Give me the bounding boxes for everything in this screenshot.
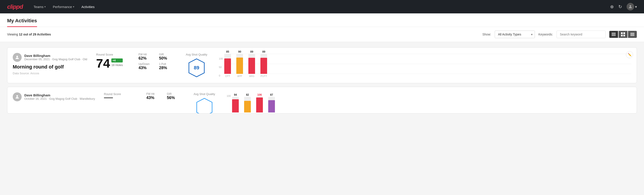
svg-rect-8 <box>630 33 634 33</box>
bar-fill-app <box>236 58 243 74</box>
stat-item: GIR 50% <box>159 53 174 61</box>
bar-top-label-ott: 85 <box>226 50 229 53</box>
card-quality: Avg Shot Quality 89 <box>183 53 210 78</box>
stat-label: GIR <box>159 53 174 56</box>
bar-fill-putt-2 <box>268 100 275 112</box>
bar-fill-app-2 <box>244 101 251 112</box>
bar-fill-arg <box>248 58 255 74</box>
svg-rect-11 <box>630 36 634 36</box>
list-view-button[interactable] <box>609 31 618 38</box>
svg-rect-4 <box>621 32 623 34</box>
bar-group-ott-2: 94 <box>232 93 239 112</box>
score-value: 74 <box>96 57 110 70</box>
bar-group-app: 90 <box>236 50 243 74</box>
stat-item: Up/Down 43% <box>138 62 154 70</box>
keywords-label: Keywords: <box>538 32 553 36</box>
bar-group-arg: 89 <box>248 50 255 74</box>
shot-quality-chart: 100 50 0 85 <box>219 53 631 78</box>
user-date: October 16, 2021 · Gog Magog Golf Club ·… <box>24 97 95 100</box>
user-row: Dave Billingham December 05, 2021 · Gog … <box>13 53 87 62</box>
stat-item: GIR 56% <box>167 92 182 100</box>
activity-card: ✏️ Dave Billingham December 05, 2021 · G… <box>7 47 637 83</box>
bar-fill-putt <box>260 58 267 74</box>
compact-view-button[interactable] <box>628 31 637 38</box>
stat-label: FW Hit <box>138 53 154 56</box>
shot-quality-hexagon-2 <box>196 98 213 114</box>
bar-top-label-putt: 89 <box>262 50 265 53</box>
score-label: Round Score <box>96 53 130 56</box>
quality-label: Avg Shot Quality <box>194 92 215 96</box>
filter-row: Viewing 12 out of 29 Activities Show: Al… <box>0 27 644 42</box>
bar-group-ott: 85 <box>224 50 231 74</box>
navbar: clippd Teams ▾ Performance ▾ Activities … <box>0 0 644 14</box>
nav-icons: ⊕ ↻ ▾ <box>610 3 637 10</box>
stat-value: 50% <box>159 56 174 61</box>
score-label: Round Score <box>104 92 138 96</box>
activity-type-select[interactable]: All Activity Types <box>495 30 535 38</box>
chevron-down-icon: ▾ <box>73 5 74 8</box>
activity-type-select-wrapper[interactable]: All Activity Types ▾ <box>495 30 535 38</box>
avatar <box>13 53 22 62</box>
y-label-50: 50 <box>219 66 223 68</box>
svg-rect-10 <box>630 34 634 35</box>
y-label-0: 0 <box>219 74 223 77</box>
user-name: Dave Billingham <box>24 54 87 58</box>
svg-marker-15 <box>196 98 212 114</box>
card-left: Dave Billingham December 05, 2021 · Gog … <box>13 53 87 75</box>
bar-fill-ott-2 <box>232 99 239 113</box>
svg-point-14 <box>16 95 18 97</box>
activities-list: ✏️ Dave Billingham December 05, 2021 · G… <box>0 42 644 119</box>
card-stats: FW Hit 62% GIR 50% Up/Down 43% 1 Putt 28… <box>138 53 174 70</box>
card-stats-partial: FW Hit 43% GIR 56% <box>146 92 182 100</box>
stat-value: 56% <box>167 96 182 100</box>
x-label-ott: OTT <box>224 75 231 78</box>
logo: clippd <box>7 3 23 10</box>
bar-group-putt-2: 87 <box>268 93 275 112</box>
user-row: Dave Billingham October 16, 2021 · Gog M… <box>13 92 95 101</box>
stat-label: FW Hit <box>146 92 162 96</box>
bar-top-ott-2: 94 <box>234 93 237 96</box>
stat-label: GIR <box>167 92 182 96</box>
shot-quality-chart-2: 100 94 82 <box>227 92 631 112</box>
score-value-partial <box>104 96 113 98</box>
score-badge: +4 <box>111 58 123 62</box>
grid-view-button[interactable] <box>618 31 628 38</box>
activity-title: Morning round of golf <box>13 64 87 70</box>
nav-activities-label: Activities <box>82 5 94 9</box>
view-buttons <box>609 31 637 38</box>
card-score: Round Score 74 +4 18 Holes <box>96 53 130 70</box>
avatar <box>13 92 22 101</box>
card-left: Dave Billingham October 16, 2021 · Gog M… <box>13 92 95 104</box>
x-label-arg: ARG <box>248 75 255 78</box>
add-icon[interactable]: ⊕ <box>610 4 614 9</box>
nav-teams[interactable]: Teams ▾ <box>34 4 46 10</box>
stat-value: 43% <box>138 66 154 70</box>
svg-rect-9 <box>630 34 634 34</box>
chevron-down-icon: ▾ <box>635 5 637 9</box>
bar-group-putt: 89 <box>260 50 267 74</box>
bar-group-arg-2: 106 <box>256 93 263 112</box>
stat-item: 1 Putt 28% <box>159 62 174 70</box>
refresh-icon[interactable]: ↻ <box>618 4 622 9</box>
svg-rect-7 <box>624 35 625 36</box>
search-input[interactable] <box>556 30 606 38</box>
shot-quality-hexagon: 89 <box>188 58 206 78</box>
stat-value: 62% <box>138 56 154 61</box>
stat-value: 28% <box>159 66 174 70</box>
svg-rect-1 <box>612 33 616 34</box>
nav-performance[interactable]: Performance ▾ <box>53 4 74 10</box>
bar-group-app-2: 82 <box>244 93 251 112</box>
user-date: December 05, 2021 · Gog Magog Golf Club … <box>24 58 87 61</box>
bar-fill-arg-2 <box>256 98 263 112</box>
bar-fill-ott <box>224 58 231 74</box>
chevron-down-icon: ▾ <box>44 5 46 8</box>
bar-top-putt-2: 87 <box>270 93 273 96</box>
bar-top-label-app: 90 <box>238 50 241 53</box>
x-label-app: APP <box>236 75 243 78</box>
stat-item: FW Hit 43% <box>146 92 162 100</box>
page-header: My Activities <box>0 14 644 27</box>
user-menu[interactable]: ▾ <box>626 3 637 10</box>
svg-point-12 <box>16 56 18 57</box>
nav-activities[interactable]: Activities <box>82 4 94 10</box>
viewing-count: 12 out of 29 Activities <box>19 32 51 36</box>
